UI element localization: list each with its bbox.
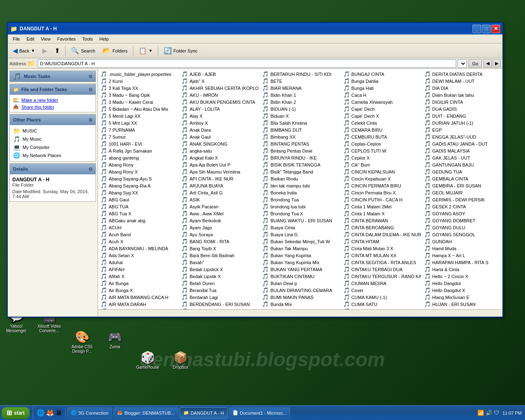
file-item[interactable]: 🎵Caca H — [342, 91, 421, 98]
menu-help[interactable]: Help — [96, 36, 112, 42]
file-item[interactable]: 🎵7 Sumur — [99, 133, 178, 140]
file-item[interactable]: 🎵GOYANG SENGGOL — [422, 231, 502, 238]
file-item[interactable]: 🎵BUKAN YANG PERTAMA — [260, 266, 340, 273]
file-item[interactable]: 🎵GUNDAH — [422, 238, 502, 245]
file-item[interactable]: 🎵Aduhai — [99, 259, 178, 266]
start-button[interactable]: ⊞ start — [1, 407, 30, 419]
taskbar-3g[interactable]: 🌐 3G Connection — [67, 407, 112, 419]
file-item[interactable]: 🎵BIDUAN (-1) — [260, 105, 340, 112]
file-item[interactable]: 🎵abang ganteng — [99, 154, 178, 161]
file-folder-header[interactable]: 📁 File and Folder Tasks ⊙ — [10, 84, 96, 95]
file-item[interactable]: 🎵ARJUNA BUAYA — [180, 182, 259, 189]
file-item[interactable]: 🎵BETE — [260, 78, 340, 84]
file-item[interactable]: 🎵AIR MATA DARAH — [99, 301, 178, 308]
file-item[interactable]: 🎵Ceplos X — [342, 154, 421, 161]
nav-next-button[interactable]: ▶ — [493, 59, 501, 68]
file-item[interactable]: 🎵Bidin Khan 2 — [260, 98, 340, 105]
file-item[interactable]: 🎵Cape' Dech X — [342, 112, 421, 119]
file-item[interactable]: 🎵Bukan Tak Mampu — [260, 245, 340, 252]
file-item[interactable]: 🎵DEWI MALAM - UUT — [422, 78, 502, 84]
go-button[interactable]: Go — [468, 59, 482, 68]
file-item[interactable]: 🎵Acuh X — [99, 238, 178, 245]
file-item[interactable]: 🎵GAK JELAS - UUT — [422, 154, 502, 161]
file-item[interactable]: 🎵BANG ROMI - RITA — [180, 238, 259, 245]
file-item[interactable]: 🎵Brondong Tua — [260, 196, 340, 203]
file-item[interactable]: 🎵Bisikan Rindu — [260, 175, 340, 182]
file-item[interactable]: 🎵CINTA SEGITIGA - RITA ANLES — [342, 259, 421, 266]
share-folder-link[interactable]: 📤 Share this folder — [11, 103, 94, 110]
file-item[interactable]: 🎵Bang Toyib X — [180, 245, 259, 252]
file-item[interactable]: 🎵angka-satu — [180, 147, 259, 154]
file-item[interactable]: 🎵CIUMAN MESRA — [342, 280, 421, 287]
file-item[interactable]: 🎵BIMBANG DUT — [260, 126, 340, 133]
file-item[interactable]: 🎵GOYANG DULU — [422, 224, 502, 231]
file-item[interactable]: 🎵GEDUNG TUA — [422, 168, 502, 175]
file-item[interactable]: 🎵Hlang MixSusan E — [422, 294, 502, 301]
file-item[interactable]: 🎵Bunda Mix — [260, 301, 340, 308]
maximize-button[interactable]: □ — [482, 25, 491, 33]
file-item[interactable]: 🎵Abang Sayang-Ayu S — [99, 175, 178, 182]
place-my-computer[interactable]: 💻 My Computer — [11, 143, 94, 151]
place-network[interactable]: 🌐 My Network Places — [11, 151, 94, 160]
desktop-icon-xilisoft[interactable]: 🎬 Xilisoft VideoConverte... — [35, 310, 64, 370]
file-item[interactable]: 🎵Angkat Kaki X — [180, 154, 259, 161]
file-item[interactable]: 🎵BUANG WAKTU - ERI SUSAN — [260, 217, 340, 224]
file-item[interactable]: 🎵Alay X — [180, 112, 259, 119]
file-item[interactable]: 🎵bkn tak mampu tubi — [260, 182, 340, 189]
file-item[interactable]: 🎵3 Madu ~ Kawin Cerai — [99, 98, 178, 105]
file-item[interactable]: 🎵3 Madu ~ Bang Opik — [99, 91, 178, 98]
file-item[interactable]: 🎵ANAK SINGKONG — [180, 140, 259, 147]
file-item[interactable]: 🎵Air Bunga — [99, 280, 178, 287]
file-item[interactable]: 🎵Cik" Bum — [342, 161, 421, 168]
file-item[interactable]: 🎵Bedak Lipstik X — [180, 273, 259, 280]
file-item[interactable]: 🎵CINTA DALAM DILEMA - IKE NUR — [342, 231, 421, 238]
file-item[interactable]: 🎵GADIS ATAU JANDA - DUT — [422, 140, 502, 147]
file-item[interactable]: 🎵Bukan Yang Kupinta Mix — [260, 259, 340, 266]
file-item[interactable]: 🎵GOYANG DOMBRET — [422, 217, 502, 224]
desktop-icon-adobe[interactable]: 🎨 Adobe CS5Design P... — [68, 330, 96, 370]
file-item[interactable]: 🎵HUJAN - ERI SUSAN — [422, 301, 502, 308]
place-music[interactable]: 📁 MUSIC — [11, 127, 94, 135]
views-button[interactable]: 📋 ▼ — [135, 45, 156, 57]
file-item[interactable]: 🎵HARAPAN HAMPA - RITA S — [422, 259, 502, 266]
address-input[interactable] — [38, 59, 456, 68]
file-item[interactable]: 🎵Ada Setan X — [99, 252, 178, 259]
file-item[interactable]: 🎵Bunga Hati — [342, 84, 421, 91]
folders-button[interactable]: 📂 Folders — [99, 45, 131, 57]
file-item[interactable]: 🎵GERIMIS - DEWI PERSIK — [422, 196, 502, 203]
minimize-button[interactable]: _ — [472, 25, 481, 33]
nav-prev-button[interactable]: ◀ — [484, 59, 492, 68]
file-item[interactable]: 🎵CINCIN KEPALSUAN — [342, 168, 421, 175]
file-item[interactable]: 🎵Ceplas-Ceplos — [342, 140, 421, 147]
file-item[interactable]: 🎵DIA DIA — [422, 84, 502, 91]
file-item[interactable]: 🎵Bukan Yang Kupinta — [260, 252, 340, 259]
file-item[interactable]: 🎵Berandal Tua — [180, 287, 259, 294]
file-item[interactable]: 🎵DUIT - ENDANG — [422, 112, 502, 119]
file-item[interactable]: 🎵DERITA DIATAS DERITA — [422, 71, 502, 78]
file-item[interactable]: 🎵BUMI MAKIN PANAS — [260, 294, 340, 301]
file-item[interactable]: 🎵Bulan Dewi p — [260, 280, 340, 287]
file-item[interactable]: 🎵5 Mnt Lagi XX — [99, 119, 178, 126]
file-item[interactable]: 🎵Apa Aja Boleh Uut P — [180, 161, 259, 168]
file-item[interactable]: 🎵Cinta 1 Malam X — [342, 210, 421, 217]
file-item[interactable]: 🎵Anak Gaul — [180, 133, 259, 140]
file-item[interactable]: 🎵DURIAN JATUH (-1) — [422, 119, 502, 126]
file-item[interactable]: 🎵Ayam Berkokok — [180, 217, 259, 224]
file-item[interactable]: 🎵ABG TUA — [99, 203, 178, 210]
file-item[interactable]: 🎵Camelia XIrwansyah — [342, 98, 421, 105]
menu-file[interactable]: File — [9, 36, 23, 42]
file-item[interactable]: 🎵BULAN DIRANTING CEMARA — [260, 287, 340, 294]
file-item[interactable]: 🎵Hamil Muda — [422, 245, 502, 252]
desktop-quicklaunch[interactable]: 🖥 — [55, 409, 62, 417]
file-item[interactable]: 🎵Abang Rony X — [99, 168, 178, 175]
desktop-icon-zuma[interactable]: 🎮 Zuma — [100, 330, 129, 370]
menu-tools[interactable]: Tools — [79, 36, 96, 42]
taskbar-word[interactable]: 📄 Document1 - Microso... — [229, 407, 290, 419]
file-item[interactable]: 🎵AKU - IMRON — [180, 91, 259, 98]
file-item[interactable]: 🎵ACUH — [99, 224, 178, 231]
back-dropdown-icon[interactable]: ▼ — [31, 48, 35, 53]
file-item[interactable]: 🎵Hello Dangdut — [422, 280, 502, 287]
ie-quicklaunch[interactable]: 🌐 — [37, 409, 45, 417]
folder-sync-button[interactable]: 🔄 Folder Sync — [160, 45, 201, 57]
menu-edit[interactable]: Edit — [23, 36, 38, 42]
